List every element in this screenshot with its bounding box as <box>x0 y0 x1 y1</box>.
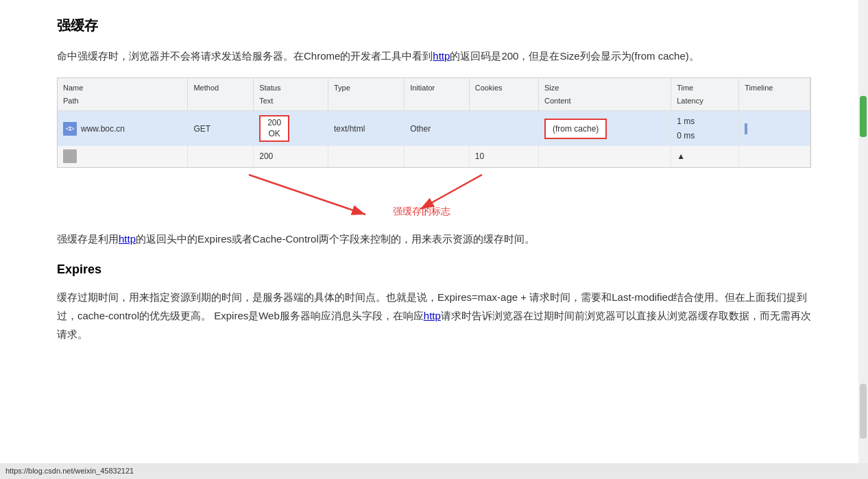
th-time-latency: TimeLatency <box>671 78 739 111</box>
page-content: 强缓存 命中强缓存时，浏览器并不会将请求发送给服务器。在Chrome的开发者工具… <box>16 0 852 368</box>
td-name-dim <box>58 146 188 167</box>
status-outlined-box: 200 OK <box>259 115 289 142</box>
td-status-dim: 200 <box>254 146 328 167</box>
expires-http-link[interactable]: http <box>424 310 441 321</box>
table-header-row: NamePath Method StatusText Type Initiato… <box>58 78 810 111</box>
main-title: 强缓存 <box>57 14 811 37</box>
td-method: GET <box>188 111 254 146</box>
body-text-1a: 强缓存是利用 <box>57 233 119 245</box>
td-initiator-dim <box>405 146 470 167</box>
th-initiator: Initiator <box>405 78 470 111</box>
td-type-dim <box>328 146 404 167</box>
td-status: 200 OK <box>254 111 328 146</box>
td-timeline-dim <box>739 146 810 167</box>
scrollbar-track[interactable] <box>858 0 868 368</box>
th-name-path: NamePath <box>58 78 188 111</box>
td-size-dim <box>538 146 671 167</box>
annotation-label: 强缓存的标志 <box>393 204 450 220</box>
timeline-bar <box>745 123 747 134</box>
status-text-ok: OK <box>265 129 284 140</box>
intro-text-after: 的返回码是200，但是在Size列会显示为(from cache)。 <box>450 50 699 62</box>
th-method: Method <box>188 78 254 111</box>
th-size-content: SizeContent <box>538 78 671 111</box>
annotation-area: 强缓存的标志 <box>57 168 811 230</box>
resource-icon-dim <box>63 149 77 163</box>
th-type: Type <box>328 78 404 111</box>
status-dim: 200 <box>259 149 322 163</box>
th-cookies: Cookies <box>469 78 538 111</box>
body-paragraph-1: 强缓存是利用http的返回头中的Expires或者Cache-Control两个… <box>57 230 811 248</box>
expires-body: 缓存过期时间，用来指定资源到期的时间，是服务器端的具体的时间点。也就是说，Exp… <box>57 288 811 343</box>
resource-icon: ◁▷ <box>63 122 77 136</box>
td-method-dim <box>188 146 254 167</box>
time-value: 1 ms <box>677 114 733 128</box>
expires-subtitle: Expires <box>57 259 811 280</box>
table-row-dim: 200 10 ▲ <box>58 146 810 167</box>
td-name: ◁▷ www.boc.cn <box>58 111 188 146</box>
resource-name: www.boc.cn <box>81 122 125 136</box>
td-timeline <box>739 111 810 146</box>
th-status-text: StatusText <box>254 78 328 111</box>
td-size: (from cache) <box>538 111 671 146</box>
table-row: ◁▷ www.boc.cn GET 200 OK text/html Other <box>58 111 810 146</box>
network-table-container: NamePath Method StatusText Type Initiato… <box>57 77 811 168</box>
body-http-link[interactable]: http <box>119 233 136 245</box>
body-text-1b: 的返回头中的Expires或者Cache-Control两个字段来控制的，用来表… <box>136 233 535 245</box>
intro-paragraph: 命中强缓存时，浏览器并不会将请求发送给服务器。在Chrome的开发者工具中看到h… <box>57 47 811 65</box>
network-table: NamePath Method StatusText Type Initiato… <box>58 78 810 167</box>
annotation-svg <box>57 168 811 230</box>
td-type: text/html <box>328 111 404 146</box>
latency-value: 0 ms <box>677 129 733 143</box>
from-cache-box: (from cache) <box>544 119 607 139</box>
td-initiator: Other <box>405 111 470 146</box>
th-timeline: Timeline <box>739 78 810 111</box>
intro-http-link[interactable]: http <box>433 50 450 62</box>
td-cookies-dim: 10 <box>469 146 538 167</box>
td-time: 1 ms 0 ms <box>671 111 739 146</box>
td-time-dim: ▲ <box>671 146 739 167</box>
td-cookies <box>469 111 538 146</box>
status-code: 200 <box>265 118 284 129</box>
intro-text-before: 命中强缓存时，浏览器并不会将请求发送给服务器。在Chrome的开发者工具中看到 <box>57 50 433 62</box>
scrollbar-thumb-green <box>860 96 867 137</box>
